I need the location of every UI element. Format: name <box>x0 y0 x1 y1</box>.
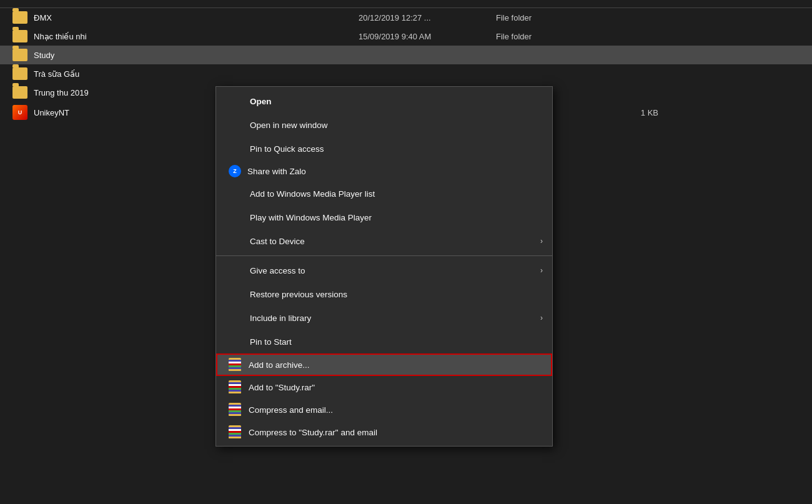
folder-icon <box>12 67 27 80</box>
file-type: File folder <box>496 32 608 41</box>
menu-item-label: Add to archive... <box>249 360 310 370</box>
menu-item-restore-versions[interactable]: Restore previous versions <box>216 282 552 306</box>
table-row[interactable]: Study <box>0 46 812 64</box>
folder-icon <box>12 30 27 42</box>
menu-item-add-archive[interactable]: Add to archive... <box>216 353 552 376</box>
menu-item-icon <box>229 334 244 349</box>
menu-item-label: Add to Windows Media Player list <box>250 189 375 199</box>
folder-icon <box>12 49 27 61</box>
menu-item-label: Cast to Device <box>250 237 305 246</box>
table-row[interactable]: ĐMX 20/12/2019 12:27 ... File folder <box>0 8 812 27</box>
zalo-icon: Z <box>229 165 241 177</box>
submenu-arrow: › <box>540 314 543 322</box>
menu-item-cast-device[interactable]: Cast to Device› <box>216 229 552 253</box>
file-name: ĐMX <box>34 13 359 22</box>
menu-item-pin-quick-access[interactable]: Pin to Quick access <box>216 137 552 161</box>
folder-icon <box>12 11 27 24</box>
menu-item-pin-start[interactable]: Pin to Start <box>216 330 552 353</box>
rar-icon <box>229 403 242 417</box>
menu-item-compress-email[interactable]: Compress and email... <box>216 398 552 421</box>
file-size: 1 KB <box>608 108 671 117</box>
file-name: Trà sữa Gấu <box>34 69 359 79</box>
menu-item-label: Add to "Study.rar" <box>249 383 315 392</box>
menu-item-icon <box>229 234 244 249</box>
menu-item-open[interactable]: Open <box>216 89 552 113</box>
menu-separator <box>216 255 552 256</box>
table-header <box>0 0 812 8</box>
menu-item-label: Compress to "Study.rar" and email <box>249 428 377 437</box>
submenu-arrow: › <box>540 266 543 275</box>
menu-item-icon <box>229 287 244 302</box>
rar-icon <box>229 425 242 439</box>
menu-item-label: Play with Windows Media Player <box>250 213 372 222</box>
menu-item-label: Pin to Start <box>250 337 292 347</box>
rar-icon <box>229 380 242 394</box>
submenu-arrow: › <box>540 237 543 245</box>
folder-icon <box>12 86 27 99</box>
menu-item-label: Restore previous versions <box>250 290 347 299</box>
unikey-icon: U <box>12 105 27 120</box>
menu-item-share-zalo[interactable]: ZShare with Zalo <box>216 161 552 182</box>
menu-item-icon <box>229 141 244 156</box>
menu-item-add-study-rar[interactable]: Add to "Study.rar" <box>216 376 552 398</box>
menu-item-give-access[interactable]: Give access to› <box>216 259 552 282</box>
menu-item-label: Include in library <box>250 314 311 323</box>
menu-item-label: Give access to <box>250 266 305 275</box>
context-menu: OpenOpen in new windowPin to Quick acces… <box>215 86 553 447</box>
file-name: Study <box>34 51 359 60</box>
menu-item-compress-study-email[interactable]: Compress to "Study.rar" and email <box>216 421 552 443</box>
menu-item-icon <box>229 263 244 278</box>
table-row[interactable]: Trà sữa Gấu <box>0 64 812 83</box>
menu-item-include-library[interactable]: Include in library› <box>216 306 552 330</box>
menu-item-open-new-window[interactable]: Open in new window <box>216 113 552 137</box>
menu-item-add-wmp[interactable]: Add to Windows Media Player list <box>216 182 552 205</box>
menu-item-label: Pin to Quick access <box>250 144 324 154</box>
menu-item-icon <box>229 94 244 109</box>
file-date: 20/12/2019 12:27 ... <box>359 13 496 22</box>
rar-icon <box>229 358 242 372</box>
menu-item-icon <box>229 117 244 132</box>
table-row[interactable]: Nhạc thiếu nhi 15/09/2019 9:40 AM File f… <box>0 27 812 46</box>
menu-item-label: Open in new window <box>250 121 328 130</box>
menu-item-icon <box>229 210 244 225</box>
menu-item-icon <box>229 310 244 325</box>
file-date: 15/09/2019 9:40 AM <box>359 32 496 41</box>
menu-item-icon <box>229 186 244 201</box>
menu-item-label: Compress and email... <box>249 405 333 415</box>
file-name: Nhạc thiếu nhi <box>34 32 359 41</box>
menu-item-label: Open <box>250 97 272 106</box>
file-type: File folder <box>496 13 608 22</box>
menu-item-label: Share with Zalo <box>247 167 306 176</box>
menu-item-play-wmp[interactable]: Play with Windows Media Player <box>216 205 552 229</box>
